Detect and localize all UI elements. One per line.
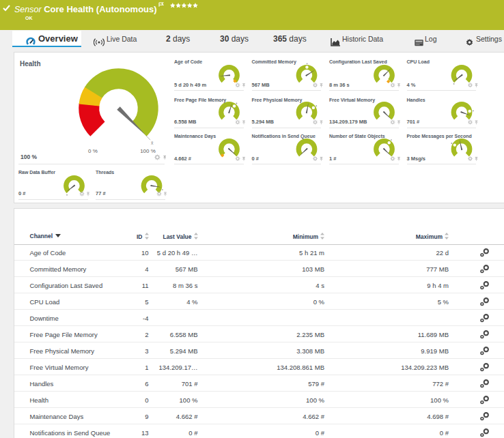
svg-text:x̄: x̄ bbox=[151, 141, 154, 145]
